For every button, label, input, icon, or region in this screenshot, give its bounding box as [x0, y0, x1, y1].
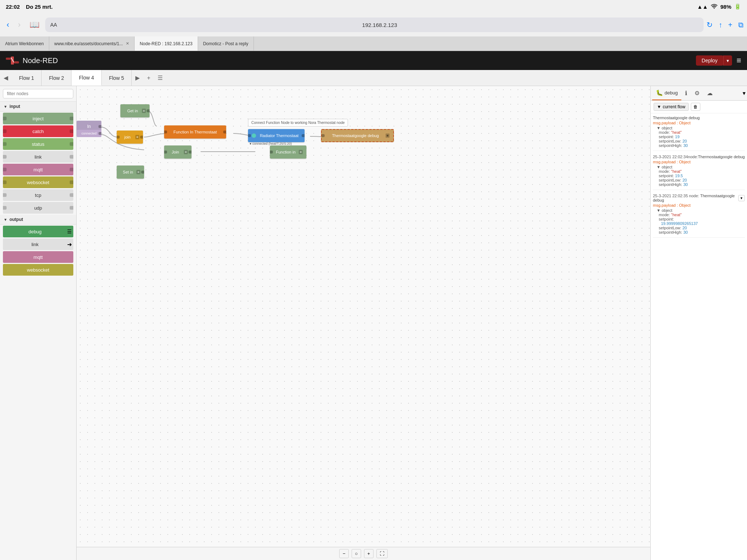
svg-rect-0 [6, 58, 11, 60]
func-in2-label: Function in [274, 150, 298, 154]
canvas-node-join[interactable]: join ≡ [117, 131, 143, 144]
browser-tab-1[interactable]: www.nibe.eu/assets/documents/1... ✕ [49, 36, 135, 51]
flow-tab-0[interactable]: Flow 1 [12, 70, 42, 86]
rp-tab-help[interactable]: ⚙ [691, 86, 703, 100]
canvas-node-get-in[interactable]: Get in ≡ [120, 104, 150, 117]
set-in-label: Set in [120, 170, 136, 174]
debug-entry-2-dropdown[interactable]: ▾ [738, 195, 745, 201]
deploy-dropdown-button[interactable]: ▾ [723, 55, 732, 66]
nr-header: Node-RED Deploy ▾ ≡ [0, 51, 747, 70]
flow-list-button[interactable]: ☰ [154, 74, 166, 81]
sidebar-item-link-out[interactable]: link ➜ [3, 238, 73, 250]
zoom-fit-button[interactable]: ○ [352, 549, 361, 558]
new-tab-button[interactable]: + [728, 21, 732, 29]
current-flow-filter-button[interactable]: ▼ current flow [654, 103, 689, 111]
back-button[interactable]: ‹ [4, 19, 12, 31]
radiator-port-left [248, 134, 251, 137]
join-port-left [117, 136, 120, 139]
nr-logo: Node-RED [6, 56, 58, 65]
debug-entry-2-payload-label[interactable]: msg.payload : Object [653, 203, 745, 207]
sidebar-item-mqtt-in[interactable]: mqtt [3, 164, 73, 175]
sidebar-item-debug[interactable]: debug ☰ [3, 226, 73, 237]
inject-port-right [70, 117, 73, 120]
tabs-button[interactable]: ⧉ [738, 21, 743, 29]
sidebar-item-websocket-out[interactable]: websocket [3, 264, 73, 276]
zoom-in-button[interactable]: + [364, 549, 374, 558]
rp-tab-debug[interactable]: 🐛 debug [652, 86, 681, 100]
browser-tab-0[interactable]: Atrium Werkbonnen [0, 36, 49, 51]
get-in-port-right [147, 109, 150, 112]
tcp-label: tcp [3, 192, 73, 198]
search-input[interactable] [3, 89, 73, 98]
browser-tab-bar: Atrium Werkbonnen www.nibe.eu/assets/doc… [0, 36, 747, 51]
canvas-node-set-in[interactable]: Set in ≡ [117, 166, 144, 179]
battery-icon: 🔋 [734, 3, 741, 10]
link-out-label: link [3, 242, 67, 247]
share-button[interactable]: ↑ [719, 21, 722, 29]
forward-button[interactable]: › [15, 19, 23, 31]
sidebar-item-udp-in[interactable]: udp [3, 202, 73, 214]
status-port-right [70, 142, 73, 146]
func-in2-port-left [270, 151, 273, 153]
input-section-header[interactable]: ▼ input [0, 102, 76, 112]
flow-tab-prev-button[interactable]: ◀ [0, 70, 12, 86]
debug-entry-1-collapse[interactable]: ▼ object [657, 165, 672, 169]
reload-button[interactable]: ↻ [707, 20, 713, 29]
output-section-header[interactable]: ▼ output [0, 215, 76, 225]
inject-label: inject [3, 116, 73, 121]
debug-entry-2-header: 25-3-2021 22:02:35 node: Thermostaatgoog… [653, 194, 745, 202]
debug-entry-2-collapse[interactable]: ▼ object [657, 208, 672, 213]
debug-output: Thermostaatgoogle debug msg.payload : Ob… [651, 113, 747, 560]
sidebar-item-websocket-in[interactable]: websocket [3, 176, 73, 188]
sidebar-item-status[interactable]: status [3, 138, 73, 150]
flow-tab-1[interactable]: Flow 2 [42, 70, 71, 86]
tab-close-1[interactable]: ✕ [126, 41, 129, 46]
browser-tab-2[interactable]: Node-RED : 192.168.2.123 [135, 36, 198, 51]
debug-entry-1-node-name: Thermostaatgoogle debug [698, 155, 745, 159]
join2-label: Join [168, 150, 183, 154]
debug-entry-2-timestamp: 25-3-2021 22:02:35 [653, 194, 688, 198]
add-flow-button[interactable]: + [143, 75, 154, 81]
rp-more-button[interactable]: ▾ [743, 90, 746, 97]
hamburger-menu-button[interactable]: ≡ [736, 56, 741, 65]
debug-entry-0: Thermostaatgoogle debug msg.payload : Ob… [653, 116, 745, 151]
clear-debug-button[interactable]: 🗑 [691, 103, 700, 111]
deploy-button[interactable]: Deploy [696, 55, 724, 66]
sidebar-item-link-in[interactable]: link [3, 151, 73, 163]
inject-port-left [3, 117, 7, 120]
zoom-out-button[interactable]: − [339, 549, 349, 558]
svg-rect-2 [14, 61, 19, 63]
flow-tab-3[interactable]: Flow 5 [102, 70, 132, 86]
fullscreen-button[interactable]: ⛶ [376, 549, 388, 558]
flow-tab-2[interactable]: Flow 4 [71, 70, 101, 86]
flow-tab-next-button[interactable]: ▶ [132, 70, 143, 86]
rp-tab-info[interactable]: ℹ [681, 86, 691, 100]
sidebar-item-inject[interactable]: inject [3, 113, 73, 124]
canvas-node-func-in-therm[interactable]: Function In Thermostaat [164, 125, 226, 139]
canvas-node-join2[interactable]: Join ≡ [164, 145, 191, 159]
address-bar[interactable]: AA 192.168.2.123 [45, 18, 704, 32]
radiator-port-right [302, 134, 305, 137]
sidebar-item-catch[interactable]: catch [3, 125, 73, 137]
sidebar-item-tcp-in[interactable]: tcp [3, 189, 73, 201]
browser-tab-3[interactable]: Domoticz - Post a reply [198, 36, 254, 51]
sidebar-item-mqtt-out[interactable]: mqtt [3, 251, 73, 263]
func-label: Function In Thermostaat [168, 130, 222, 134]
bookmarks-button[interactable]: 📖 [27, 19, 42, 31]
canvas-node-radiator[interactable]: Radiator Thermostaat [248, 129, 305, 142]
radiator-status-label: ● connected (heat/T:25/S:20) [249, 142, 292, 145]
canvas-node-connected[interactable]: connected [77, 130, 101, 137]
join-label: join [120, 135, 135, 139]
canvas-node-therm-debug[interactable]: Thermostaatgoogle debug ≡ [321, 129, 394, 142]
debug-entry-0-payload-label[interactable]: msg.payload : Object [653, 121, 745, 125]
debug-entry-0-object: ▼ object mode: "heat" setpoint: 19 setpo… [657, 126, 745, 148]
nr-logo-icon [6, 56, 19, 65]
canvas-node-func-in2[interactable]: Function in ≡ [270, 145, 306, 159]
status-time-date: 22:02 Do 25 mrt. [6, 4, 53, 10]
debug-entry-1-header: 25-3-2021 22:02:34 node: Thermostaatgoog… [653, 155, 745, 159]
rp-tab-cloud[interactable]: ☁ [703, 86, 716, 100]
debug-entry-1-payload-label[interactable]: msg.payload : Object [653, 160, 745, 164]
debug-entry-0-collapse[interactable]: ▼ object [657, 126, 672, 130]
aa-label[interactable]: AA [50, 22, 57, 28]
canvas-node-comment[interactable]: Connect Function Node to working Nora Th… [248, 119, 348, 127]
